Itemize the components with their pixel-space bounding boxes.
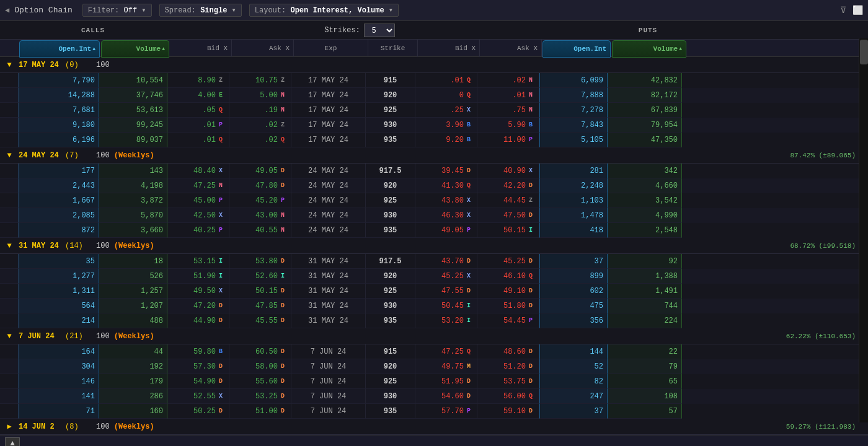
strike-0-2: 925 bbox=[366, 103, 415, 118]
scrollbar-thumb[interactable] bbox=[860, 40, 868, 64]
row-expander bbox=[0, 269, 19, 284]
filter-control[interactable]: Filter: Off ▾ bbox=[82, 4, 152, 17]
oi-puts-1-3: 1,478 bbox=[539, 208, 608, 223]
group-header-0[interactable]: ▼ 17 MAY 24 (0) 100 bbox=[0, 57, 868, 73]
data-row-3-1[interactable]: 304 192 57.30 D 58.00 D 7 JUN 24 bbox=[0, 359, 868, 374]
vol-calls-3-2: 179 bbox=[99, 374, 167, 389]
data-row-3-3[interactable]: 141 286 52.55 X 53.25 D 7 JUN 24 bbox=[0, 389, 868, 404]
data-row-2-1[interactable]: 1,277 526 51.90 I 52.60 I 31 MAY bbox=[0, 269, 868, 284]
bid-puts-2-1: 45.25 X bbox=[415, 269, 477, 284]
puts-label: PUTS bbox=[428, 27, 868, 34]
sort-indicator-vol-puts: ▲ bbox=[679, 46, 682, 51]
ask-calls-0-1: 5.00 N bbox=[229, 88, 291, 103]
ask-puts-2-4: 54.45 P bbox=[477, 313, 539, 328]
row-expander bbox=[0, 208, 19, 223]
header-icons: ⊽ ⬜ bbox=[840, 5, 863, 15]
data-row-3-2[interactable]: 146 179 54.90 D 55.60 D 7 JUN 24 bbox=[0, 374, 868, 389]
scroll-bar-row[interactable]: ▲ bbox=[0, 435, 868, 446]
data-row-3-4[interactable]: 71 160 50.25 D 51.00 D 7 JUN 24 bbox=[0, 404, 868, 419]
col-exp[interactable]: Exp bbox=[294, 40, 368, 57]
data-row-1-2[interactable]: 1,667 3,872 45.00 P 45.20 P 24 M bbox=[0, 193, 868, 208]
col-ask-puts[interactable]: Ask X bbox=[480, 40, 542, 57]
layout-control[interactable]: Layout: Open Interest, Volume ▾ bbox=[249, 4, 399, 17]
bid-puts-0-4: 9.20 B bbox=[415, 133, 477, 147]
strike-0-0: 915 bbox=[366, 73, 415, 88]
oi-puts-2-1: 899 bbox=[539, 269, 608, 284]
col-open-int-calls[interactable]: Open.Int▲ bbox=[19, 40, 100, 58]
col-bid-calls[interactable]: Bid X bbox=[170, 40, 232, 57]
oi-calls-2-1: 1,277 bbox=[19, 269, 99, 284]
data-row-0-0[interactable]: 7,790 10,554 8.90 Z 10.75 Z 17 M bbox=[0, 73, 868, 88]
vol-puts-0-3: 79,954 bbox=[608, 118, 682, 133]
strikes-dropdown[interactable]: 5 10 15 20 bbox=[364, 24, 395, 37]
row-expander bbox=[0, 344, 19, 359]
vol-calls-0-3: 99,245 bbox=[99, 118, 167, 133]
group-header-2[interactable]: ▼ 31 MAY 24 (14) 100 (Weeklys) 68.72% (±… bbox=[0, 238, 868, 254]
vol-puts-0-1: 82,172 bbox=[608, 88, 682, 103]
row-expander bbox=[0, 133, 19, 147]
vol-calls-0-0: 10,554 bbox=[99, 73, 167, 88]
vol-puts-2-0: 92 bbox=[608, 254, 682, 269]
col-bid-puts[interactable]: Bid X bbox=[418, 40, 480, 57]
vol-puts-1-3: 4,990 bbox=[608, 208, 682, 223]
data-row-2-3[interactable]: 564 1,207 47.20 D 47.85 D 31 MAY bbox=[0, 299, 868, 313]
data-row-1-0[interactable]: 177 143 48.40 X 49.05 D 24 MAY 2 bbox=[0, 164, 868, 178]
col-volume-puts[interactable]: Volume▲ bbox=[612, 40, 686, 58]
ask-puts-0-4: 11.00 P bbox=[477, 133, 539, 147]
row-expander bbox=[0, 193, 19, 208]
data-row-1-4[interactable]: 872 3,660 40.25 P 40.55 N 24 MAY bbox=[0, 223, 868, 238]
ask-calls-0-3: .02 Z bbox=[229, 118, 291, 133]
scroll-up-button[interactable]: ▲ bbox=[5, 437, 20, 447]
bid-calls-3-1: 57.30 D bbox=[167, 359, 229, 374]
bid-calls-2-0: 53.15 I bbox=[167, 254, 229, 269]
group-dte-3: (21) bbox=[65, 332, 96, 341]
vol-puts-1-2: 3,542 bbox=[608, 193, 682, 208]
data-row-0-2[interactable]: 7,681 53,613 .05 Q .19 N 17 MAY bbox=[0, 103, 868, 118]
group-date-2: 31 MAY 24 bbox=[19, 242, 65, 250]
data-row-3-0[interactable]: 164 44 59.80 B 60.50 D 7 JUN 24 bbox=[0, 344, 868, 359]
collapse-arrow[interactable]: ◀ bbox=[5, 6, 9, 15]
app-title: Option Chain bbox=[14, 6, 73, 15]
data-row-0-3[interactable]: 9,180 99,245 .01 P .02 Z 17 MAY bbox=[0, 118, 868, 133]
strike-1-1: 920 bbox=[366, 178, 415, 193]
bid-calls-1-3: 42.50 X bbox=[167, 208, 229, 223]
exp-1-2: 24 MAY 24 bbox=[291, 193, 366, 208]
data-row-0-4[interactable]: 6,196 89,037 .01 Q .02 Q 17 MAY bbox=[0, 133, 868, 147]
group-expander-2[interactable]: ▼ bbox=[0, 242, 19, 250]
col-open-int-puts[interactable]: Open.Int bbox=[542, 40, 611, 58]
col-volume-calls[interactable]: Volume▲ bbox=[101, 40, 169, 58]
oi-puts-1-0: 281 bbox=[539, 164, 608, 178]
data-row-2-2[interactable]: 1,311 1,257 49.50 X 50.15 D 31 M bbox=[0, 284, 868, 299]
group-expander-3[interactable]: ▼ bbox=[0, 332, 19, 341]
group-header-3[interactable]: ▼ 7 JUN 24 (21) 100 (Weeklys) 62.22% (±1… bbox=[0, 328, 868, 344]
group-expander-1[interactable]: ▼ bbox=[0, 151, 19, 160]
group-expander-0[interactable]: ▼ bbox=[0, 61, 19, 69]
oi-puts-0-3: 7,843 bbox=[539, 118, 608, 133]
expand-icon[interactable]: ⬜ bbox=[852, 5, 863, 15]
spread-control[interactable]: Spread: Single ▾ bbox=[159, 4, 242, 17]
ask-puts-0-2: .75 N bbox=[477, 103, 539, 118]
data-row-1-1[interactable]: 2,443 4,198 47.25 N 47.80 D 24 M bbox=[0, 178, 868, 193]
group-header-1[interactable]: ▼ 24 MAY 24 (7) 100 (Weeklys) 87.42% (±8… bbox=[0, 147, 868, 164]
oi-calls-1-0: 177 bbox=[19, 164, 99, 178]
col-strike[interactable]: Strike bbox=[368, 40, 418, 57]
filter-icon[interactable]: ⊽ bbox=[840, 5, 846, 15]
data-row-1-3[interactable]: 2,085 5,870 42.50 X 43.00 N 24 M bbox=[0, 208, 868, 223]
bid-calls-0-4: .01 Q bbox=[167, 133, 229, 147]
group-header-last[interactable]: ▶ 14 JUN 2 (8) 100 (Weeklys) 59.27% (±12… bbox=[0, 419, 868, 435]
vol-puts-0-4: 47,350 bbox=[608, 133, 682, 147]
vol-calls-1-4: 3,660 bbox=[99, 223, 167, 238]
strike-2-1: 920 bbox=[366, 269, 415, 284]
col-ask-calls[interactable]: Ask X bbox=[232, 40, 294, 57]
vol-calls-1-2: 3,872 bbox=[99, 193, 167, 208]
data-row-2-4[interactable]: 214 488 44.90 D 45.55 D 31 MAY 2 bbox=[0, 313, 868, 328]
data-row-0-1[interactable]: 14,288 37,746 4.00 E 5.00 N 17 M bbox=[0, 88, 868, 103]
ask-puts-3-2: 53.75 D bbox=[477, 374, 539, 389]
data-row-2-0[interactable]: 35 18 53.15 I 53.80 D 31 MAY 24 bbox=[0, 254, 868, 269]
strike-1-3: 930 bbox=[366, 208, 415, 223]
vol-calls-0-2: 53,613 bbox=[99, 103, 167, 118]
group-qty-0: 100 bbox=[96, 61, 110, 69]
group-expander-last[interactable]: ▶ bbox=[0, 422, 19, 431]
strike-3-3: 930 bbox=[366, 389, 415, 404]
scrollbar[interactable] bbox=[859, 38, 868, 422]
